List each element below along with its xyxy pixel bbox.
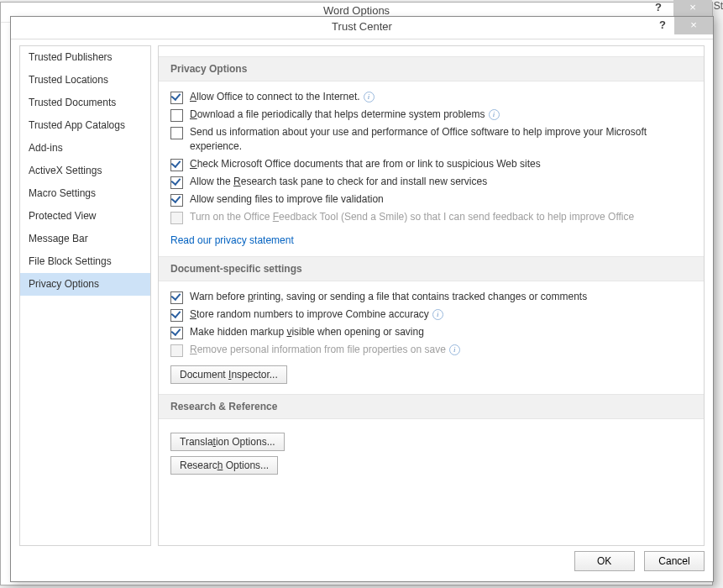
privacy-option-2: Send us information about your use and p… — [170, 125, 692, 154]
doc-checkbox-3 — [170, 344, 183, 357]
sidebar-item-file-block-settings[interactable]: File Block Settings — [20, 250, 150, 273]
doc-label-2[interactable]: Make hidden markup visible when opening … — [190, 325, 424, 339]
dialog-title: Trust Center — [332, 20, 392, 33]
research-options-button[interactable]: Research Options... — [170, 456, 278, 475]
privacy-label-1[interactable]: Download a file periodically that helps … — [190, 108, 500, 122]
doc-label-1[interactable]: Store random numbers to improve Combine … — [190, 307, 443, 322]
privacy-checkbox-5[interactable] — [170, 194, 183, 207]
sidebar-item-add-ins[interactable]: Add-ins — [20, 137, 150, 160]
privacy-checkbox-3[interactable] — [170, 159, 183, 171]
privacy-checkbox-4[interactable] — [170, 176, 183, 189]
section-header-doc: Document-specific settings — [159, 256, 704, 281]
trust-center-dialog: Trust Center ? × Trusted PublishersTrust… — [10, 16, 714, 582]
sidebar-item-macro-settings[interactable]: Macro Settings — [20, 182, 150, 205]
privacy-checkbox-2[interactable] — [170, 127, 183, 139]
clipped-text: St — [714, 0, 723, 12]
parent-help-button[interactable]: ? — [655, 1, 662, 13]
privacy-label-2[interactable]: Send us information about your use and p… — [190, 125, 692, 154]
content-pane: Privacy Options Allow Office to connect … — [158, 45, 705, 546]
sidebar-item-privacy-options[interactable]: Privacy Options — [20, 273, 150, 296]
sidebar-item-trusted-publishers[interactable]: Trusted Publishers — [20, 46, 150, 69]
close-button[interactable]: × — [674, 17, 713, 34]
doc-checkbox-1[interactable] — [170, 309, 183, 322]
privacy-option-0: Allow Office to connect to the Internet.… — [170, 90, 692, 104]
doc-option-0: Warn before printing, saving or sending … — [170, 290, 692, 304]
privacy-option-4: Allow the Research task pane to check fo… — [170, 175, 692, 189]
privacy-label-5[interactable]: Allow sending files to improve file vali… — [190, 192, 384, 207]
info-icon[interactable]: i — [489, 109, 500, 120]
section-header-privacy: Privacy Options — [159, 56, 704, 81]
doc-checkbox-0[interactable] — [170, 291, 183, 304]
section-header-research: Research & Reference — [159, 394, 704, 419]
sidebar-item-trusted-documents[interactable]: Trusted Documents — [20, 92, 150, 114]
cancel-button[interactable]: Cancel — [644, 551, 705, 571]
doc-option-2: Make hidden markup visible when opening … — [170, 325, 692, 339]
privacy-label-6: Turn on the Office Feedback Tool (Send a… — [190, 210, 634, 224]
doc-option-3: Remove personal information from file pr… — [170, 343, 692, 357]
privacy-checkbox-6 — [170, 212, 183, 224]
sidebar-item-message-bar[interactable]: Message Bar — [20, 228, 150, 250]
help-button[interactable]: ? — [659, 18, 666, 31]
category-sidebar: Trusted PublishersTrusted LocationsTrust… — [19, 45, 151, 546]
privacy-option-5: Allow sending files to improve file vali… — [170, 192, 692, 207]
privacy-checkbox-1[interactable] — [170, 109, 183, 122]
doc-checkbox-2[interactable] — [170, 327, 183, 339]
parent-close-button[interactable]: × — [673, 0, 712, 17]
privacy-option-1: Download a file periodically that helps … — [170, 108, 692, 122]
privacy-option-3: Check Microsoft Office documents that ar… — [170, 157, 692, 171]
info-icon[interactable]: i — [432, 309, 443, 320]
info-icon[interactable]: i — [364, 92, 375, 102]
privacy-statement-link[interactable]: Read our privacy statement — [170, 234, 294, 246]
sidebar-item-protected-view[interactable]: Protected View — [20, 205, 150, 228]
privacy-label-0[interactable]: Allow Office to connect to the Internet.… — [190, 90, 375, 104]
info-icon[interactable]: i — [449, 344, 460, 355]
doc-option-1: Store random numbers to improve Combine … — [170, 307, 692, 322]
dialog-footer: OK Cancel — [19, 551, 705, 575]
parent-dialog-title: Word Options — [323, 4, 390, 17]
titlebar: Trust Center ? × — [11, 17, 713, 39]
translation-options-button[interactable]: Translation Options... — [170, 433, 285, 451]
document-inspector-button[interactable]: Document Inspector... — [170, 365, 287, 384]
doc-label-3: Remove personal information from file pr… — [190, 343, 460, 357]
privacy-label-3[interactable]: Check Microsoft Office documents that ar… — [190, 157, 541, 171]
privacy-checkbox-0[interactable] — [170, 92, 183, 104]
sidebar-item-activex-settings[interactable]: ActiveX Settings — [20, 160, 150, 182]
ok-button[interactable]: OK — [574, 551, 635, 571]
privacy-option-6: Turn on the Office Feedback Tool (Send a… — [170, 210, 692, 224]
sidebar-item-trusted-app-catalogs[interactable]: Trusted App Catalogs — [20, 114, 150, 137]
privacy-label-4[interactable]: Allow the Research task pane to check fo… — [190, 175, 487, 189]
doc-label-0[interactable]: Warn before printing, saving or sending … — [190, 290, 587, 304]
sidebar-item-trusted-locations[interactable]: Trusted Locations — [20, 69, 150, 92]
